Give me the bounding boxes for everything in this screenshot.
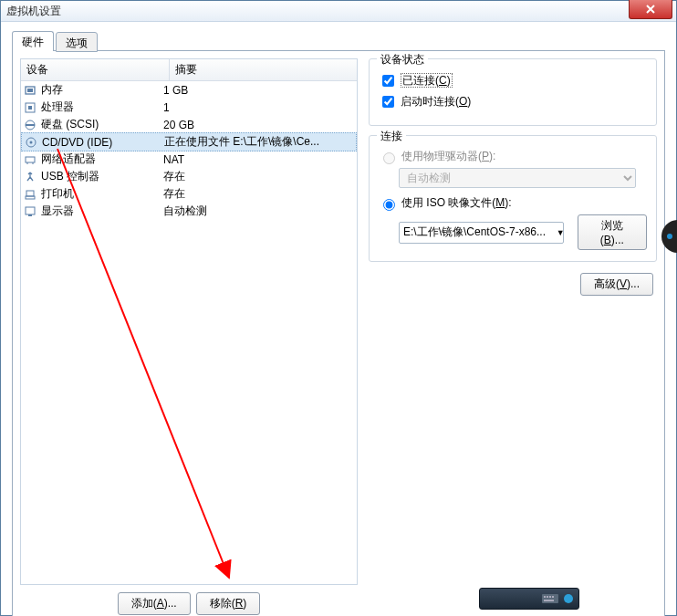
connection-group: 连接 使用物理驱动器(P): 自动检测 使用 ISO 映像文件(M):	[369, 135, 657, 262]
use-physical-radio[interactable]	[383, 152, 395, 164]
svg-rect-18	[552, 596, 554, 598]
hardware-row[interactable]: 硬盘 (SCSI)20 GB	[21, 116, 357, 133]
close-icon	[646, 5, 655, 14]
device-status-title: 设备状态	[377, 52, 428, 68]
hardware-row[interactable]: 打印机存在	[21, 185, 357, 203]
taskbar-chip	[479, 588, 579, 610]
device-summary: 存在	[161, 186, 357, 202]
col-header-device: 设备	[21, 59, 170, 80]
browse-button[interactable]: 浏览(B)...	[578, 214, 647, 250]
status-dot-icon	[564, 594, 573, 603]
device-summary: 自动检测	[161, 204, 357, 219]
hardware-right-column: 设备状态 已连接(C) 启动时连接(O) 连接 使用物理驱动器(P):	[369, 58, 657, 615]
hardware-list[interactable]: 设备 摘要 内存1 GB处理器1硬盘 (SCSI)20 GBCD/DVD (ID…	[20, 58, 358, 585]
use-iso-label[interactable]: 使用 ISO 映像文件(M):	[401, 195, 512, 211]
hardware-row[interactable]: USB 控制器存在	[21, 168, 357, 185]
device-status-group: 设备状态 已连接(C) 启动时连接(O)	[369, 58, 657, 126]
device-name: USB 控制器	[39, 169, 161, 184]
use-iso-radio[interactable]	[383, 199, 395, 211]
col-header-summary: 摘要	[170, 59, 357, 80]
device-name: 显示器	[39, 204, 161, 219]
svg-rect-9	[26, 191, 34, 196]
titlebar: 虚拟机设置	[1, 1, 676, 22]
device-summary: 1 GB	[161, 84, 357, 97]
device-summary: NAT	[161, 153, 357, 166]
hardware-button-row: 添加(A)... 移除(R)	[20, 585, 358, 615]
svg-rect-16	[547, 596, 548, 598]
close-button[interactable]	[629, 0, 672, 19]
connect-at-power-checkbox[interactable]	[382, 96, 394, 108]
svg-rect-10	[26, 196, 35, 199]
device-icon	[21, 171, 39, 183]
tab-hardware[interactable]: 硬件	[12, 31, 54, 51]
tab-strip: 硬件 选项	[12, 31, 665, 51]
vm-settings-window: 虚拟机设置 硬件 选项 设备 摘要 内存1 GB处理器1硬盘 (SCSI)20 …	[0, 0, 677, 616]
dialog-body: 硬件 选项 设备 摘要 内存1 GB处理器1硬盘 (SCSI)20 GBCD/D…	[1, 22, 676, 616]
svg-rect-1	[27, 89, 33, 92]
svg-rect-3	[28, 106, 32, 110]
device-icon	[21, 119, 39, 131]
hardware-row[interactable]: 网络适配器NAT	[21, 151, 357, 168]
remove-hardware-button[interactable]: 移除(R)	[196, 592, 261, 615]
svg-rect-14	[542, 594, 558, 603]
device-icon	[21, 84, 39, 97]
svg-rect-15	[544, 596, 546, 598]
device-summary: 存在	[161, 169, 357, 184]
svg-rect-8	[26, 157, 35, 162]
device-icon	[21, 153, 39, 166]
tab-panel: 设备 摘要 内存1 GB处理器1硬盘 (SCSI)20 GBCD/DVD (ID…	[12, 50, 665, 616]
window-title: 虚拟机设置	[6, 4, 61, 19]
device-name: 处理器	[39, 99, 161, 115]
device-summary: 正在使用文件 E:\工作\镜像\Ce...	[162, 134, 356, 150]
hardware-left-column: 设备 摘要 内存1 GB处理器1硬盘 (SCSI)20 GBCD/DVD (ID…	[20, 58, 358, 615]
connection-title: 连接	[377, 129, 406, 144]
connected-label[interactable]: 已连接(C)	[401, 73, 453, 89]
svg-rect-17	[549, 596, 551, 598]
connect-at-power-label[interactable]: 启动时连接(O)	[401, 94, 471, 110]
device-icon	[21, 205, 39, 218]
connected-checkbox[interactable]	[382, 75, 394, 87]
svg-rect-19	[544, 600, 554, 601]
keyboard-icon	[542, 594, 558, 603]
device-icon	[21, 101, 39, 114]
iso-path-input[interactable]	[399, 222, 564, 244]
device-icon	[22, 136, 40, 149]
use-physical-label: 使用物理驱动器(P):	[401, 149, 495, 164]
device-name: CD/DVD (IDE)	[40, 136, 162, 149]
svg-point-7	[30, 141, 33, 143]
hardware-row[interactable]: 内存1 GB	[21, 81, 357, 99]
svg-rect-12	[28, 214, 32, 216]
device-icon	[21, 188, 39, 201]
device-name: 硬盘 (SCSI)	[39, 117, 161, 132]
advanced-button[interactable]: 高级(V)...	[580, 273, 653, 296]
hardware-row[interactable]: 处理器1	[21, 99, 357, 116]
tab-options[interactable]: 选项	[56, 32, 98, 52]
device-name: 网络适配器	[39, 151, 161, 167]
hardware-row[interactable]: 显示器自动检测	[21, 203, 357, 220]
svg-rect-11	[26, 207, 35, 214]
side-handle-dot-icon	[667, 234, 672, 239]
physical-drive-select: 自动检测	[399, 168, 636, 188]
device-summary: 20 GB	[161, 119, 357, 131]
device-name: 打印机	[39, 186, 161, 202]
hardware-row[interactable]: CD/DVD (IDE)正在使用文件 E:\工作\镜像\Ce...	[21, 132, 357, 151]
add-hardware-button[interactable]: 添加(A)...	[118, 592, 191, 615]
device-name: 内存	[39, 82, 161, 98]
device-summary: 1	[161, 101, 357, 114]
hardware-list-header: 设备 摘要	[21, 59, 357, 81]
svg-rect-5	[26, 124, 35, 126]
